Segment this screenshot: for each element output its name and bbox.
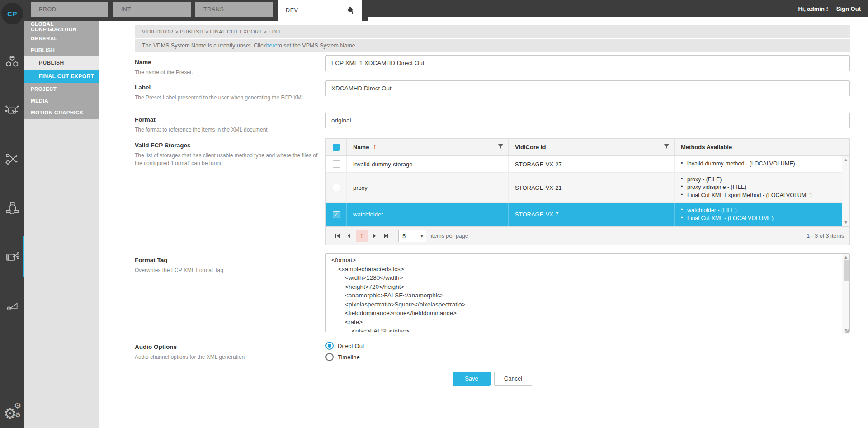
column-header-methods[interactable]: Methods Available xyxy=(681,144,732,151)
last-page-button[interactable] xyxy=(380,230,392,242)
sidebar-item-publish[interactable]: PUBLISH xyxy=(24,44,99,56)
filter-icon[interactable] xyxy=(664,144,670,151)
storages-row: Valid FCP Storages The list of storages … xyxy=(135,138,868,245)
row-checkbox-checked[interactable]: ✓ xyxy=(333,211,340,218)
name-label: Name xyxy=(135,59,326,66)
rail-item-modules[interactable] xyxy=(0,53,24,70)
current-page-button[interactable]: 1 xyxy=(356,230,368,242)
audio-options-desc: Audio channel options for the XML genera… xyxy=(135,353,325,361)
play-measure-icon xyxy=(5,298,20,313)
format-tag-label: Format Tag xyxy=(135,257,326,263)
format-tag-desc: Overwrites the FCP XML Format Tag. xyxy=(135,267,325,274)
rail-item-vidieditor[interactable] xyxy=(0,249,24,265)
table-row[interactable]: invalid-dummy-storage STORAGE-VX-27 inva… xyxy=(326,156,849,173)
cubes-icon xyxy=(5,54,20,69)
format-tag-textarea[interactable]: <format> <samplecharacteristics> <width>… xyxy=(326,253,850,332)
prev-page-button[interactable] xyxy=(343,230,355,242)
next-page-button[interactable] xyxy=(368,230,380,242)
storages-label: Valid FCP Storages xyxy=(135,142,326,149)
settings-gears-icon[interactable]: ⚙ ⚙ ⚙ xyxy=(0,401,24,423)
form-actions: Save Cancel xyxy=(135,372,850,386)
environment-tabs: PROD INT TRANS DEV xyxy=(24,0,368,21)
scroll-up-icon[interactable]: ▲ xyxy=(844,158,847,162)
label-desc: The Preset Label presented to the user w… xyxy=(135,94,325,102)
tab-prod[interactable]: PROD xyxy=(31,2,108,17)
format-label: Format xyxy=(135,116,326,123)
format-input[interactable] xyxy=(326,113,850,128)
column-header-name[interactable]: Name xyxy=(353,144,369,151)
scrollbar-thumb[interactable] xyxy=(844,260,849,281)
workflow-icon xyxy=(5,152,20,166)
table-pager: 1 5 ▼ items per page 1 - 3 of 3 items xyxy=(326,226,849,245)
textarea-scrollbar[interactable]: ▲ ▼ xyxy=(842,254,849,334)
filter-icon[interactable] xyxy=(498,144,504,151)
scroll-up-icon[interactable]: ▲ xyxy=(844,255,847,259)
sort-ascending-icon: ↑ xyxy=(372,144,377,151)
name-desc: The name of the Preset. xyxy=(135,69,325,76)
format-row: Format The format to reference the items… xyxy=(135,113,868,138)
scroll-down-icon[interactable]: ▼ xyxy=(844,221,847,225)
format-tag-row: Format Tag Overwrites the FCP XML Format… xyxy=(135,253,868,334)
page-size-select[interactable]: 5 ▼ xyxy=(398,230,426,242)
storages-table: Name ↑ VidiCore Id xyxy=(326,138,850,245)
cp-logo[interactable]: CP xyxy=(1,3,23,24)
sign-out-link[interactable]: Sign Out xyxy=(836,5,861,12)
plug-icon xyxy=(346,6,354,15)
row-checkbox[interactable] xyxy=(333,184,340,191)
format-desc: The format to reference the items in the… xyxy=(135,126,325,134)
sidebar-item-global-configuration[interactable]: GLOBAL CONFIGURATION xyxy=(24,21,99,33)
rail-item-workflow[interactable] xyxy=(0,151,24,167)
tab-int[interactable]: INT xyxy=(113,2,191,17)
table-scrollbar[interactable]: ▲ ▼ xyxy=(842,156,849,226)
rail-item-topology[interactable] xyxy=(0,200,24,216)
app-icon-rail: CP xyxy=(0,0,24,428)
editor-scissors-icon xyxy=(5,249,20,264)
label-label: Label xyxy=(135,84,326,91)
label-input[interactable] xyxy=(326,80,850,96)
pager-summary: 1 - 3 of 3 items xyxy=(807,233,844,239)
audio-options-label: Audio Options xyxy=(135,343,326,350)
main-area: VIDIEDITOR > PUBLISH > FINAL CUT EXPORT … xyxy=(99,17,868,428)
save-button[interactable]: Save xyxy=(453,372,491,386)
radio-direct-out[interactable]: Direct Out xyxy=(326,342,850,350)
vpms-notice: The VPMS System Name is currently unset.… xyxy=(135,39,850,52)
sidebar-item-project[interactable]: PROJECT xyxy=(24,83,99,95)
storages-table-header: Name ↑ VidiCore Id xyxy=(326,139,849,156)
column-header-vidicore-id[interactable]: VidiCore Id xyxy=(515,144,546,151)
user-greeting: Hi, admin ! xyxy=(798,5,828,12)
sidebar-item-final-cut-export[interactable]: FINAL CUT EXPORT xyxy=(24,70,99,83)
sidebar-item-motion-graphics[interactable]: MOTION GRAPHICS xyxy=(24,107,99,118)
name-row: Name The name of the Preset. xyxy=(135,55,868,80)
device-control-icon xyxy=(5,103,20,118)
name-input[interactable] xyxy=(326,55,850,71)
dropdown-arrow-icon: ▼ xyxy=(418,234,426,238)
label-row: Label The Preset Label presented to the … xyxy=(135,80,868,113)
breadcrumb: VIDIEDITOR > PUBLISH > FINAL CUT EXPORT … xyxy=(135,25,850,38)
hierarchy-icon xyxy=(5,201,20,215)
select-all-checkbox[interactable] xyxy=(333,144,340,151)
vpms-notice-link[interactable]: here xyxy=(266,42,277,49)
items-per-page-label: items per page xyxy=(431,233,468,239)
sidebar-filler xyxy=(24,119,99,428)
config-menu: GLOBAL CONFIGURATION GENERAL PUBLISH PUB… xyxy=(24,21,99,119)
config-sidebar: GLOBAL CONFIGURATION GENERAL PUBLISH PUB… xyxy=(24,17,99,428)
audio-options-row: Audio Options Audio channel options for … xyxy=(135,340,868,364)
radio-button[interactable] xyxy=(326,353,334,361)
radio-timeline[interactable]: Timeline xyxy=(326,353,850,361)
row-checkbox[interactable] xyxy=(333,160,340,168)
storages-desc: The list of storages that has client usa… xyxy=(135,152,325,168)
table-row[interactable]: proxy STORAGE-VX-21 proxy - (FILE) proxy… xyxy=(326,173,849,203)
cancel-button[interactable]: Cancel xyxy=(494,372,532,386)
sidebar-item-publish-sub[interactable]: PUBLISH xyxy=(24,56,99,70)
table-row-selected[interactable]: ✓ watchfolder STORAGE-VX-7 watchfolder -… xyxy=(326,203,849,226)
rail-item-deployment[interactable] xyxy=(0,102,24,118)
sidebar-item-media[interactable]: MEDIA xyxy=(24,95,99,107)
tab-trans[interactable]: TRANS xyxy=(195,2,273,17)
radio-button-selected[interactable] xyxy=(326,342,334,350)
tab-dev[interactable]: DEV xyxy=(278,0,362,21)
rail-item-testing[interactable] xyxy=(0,297,24,314)
sidebar-item-general[interactable]: GENERAL xyxy=(24,33,99,44)
user-box: Hi, admin ! Sign Out xyxy=(798,0,861,17)
resize-grip-icon[interactable] xyxy=(844,329,849,333)
first-page-button[interactable] xyxy=(331,230,343,242)
